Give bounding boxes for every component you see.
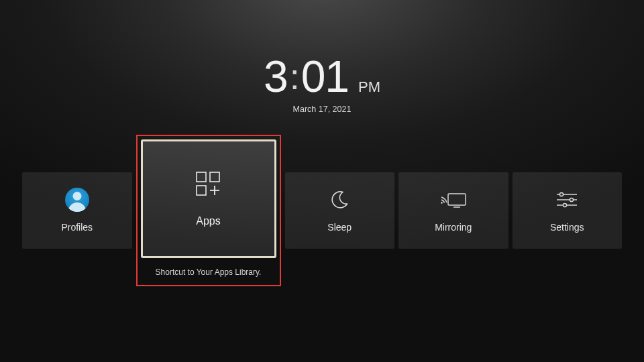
tile-settings[interactable]: Settings — [513, 172, 623, 249]
tile-profiles-label: Profiles — [61, 222, 93, 233]
tile-sleep-label: Sleep — [327, 222, 352, 233]
clock-suffix: PM — [358, 78, 380, 96]
svg-rect-2 — [197, 186, 206, 195]
profile-icon — [65, 188, 89, 212]
tile-apps-caption: Shortcut to Your Apps Library. — [138, 267, 280, 277]
tile-mirroring-label: Mirroring — [435, 222, 472, 233]
moon-icon — [329, 190, 350, 210]
apps-icon — [193, 171, 225, 198]
tile-apps[interactable]: Apps — [141, 139, 276, 258]
svg-point-13 — [564, 203, 567, 206]
svg-point-7 — [441, 202, 443, 204]
clock-minute: 01 — [301, 51, 349, 102]
highlight-frame: Apps Shortcut to Your Apps Library. — [136, 135, 281, 286]
svg-point-12 — [570, 198, 574, 201]
tile-sleep[interactable]: Sleep — [285, 172, 395, 249]
svg-point-11 — [560, 192, 564, 196]
tile-row: Profiles Apps Shortcut to Your Apps Libr… — [22, 160, 622, 261]
svg-rect-5 — [448, 194, 466, 205]
tile-mirroring[interactable]: Mirroring — [398, 172, 508, 249]
clock-area: 3 : 01 PM March 17, 2021 — [0, 51, 644, 114]
clock-hour: 3 — [264, 51, 288, 102]
tile-settings-label: Settings — [550, 222, 584, 233]
tile-apps-label: Apps — [196, 215, 220, 227]
svg-rect-0 — [197, 172, 206, 182]
clock-colon: : — [288, 56, 301, 97]
sliders-icon — [555, 190, 578, 209]
clock-date: March 17, 2021 — [0, 105, 644, 114]
tile-profiles[interactable]: Profiles — [22, 172, 132, 249]
mirroring-icon — [439, 190, 468, 210]
svg-rect-1 — [210, 172, 219, 182]
